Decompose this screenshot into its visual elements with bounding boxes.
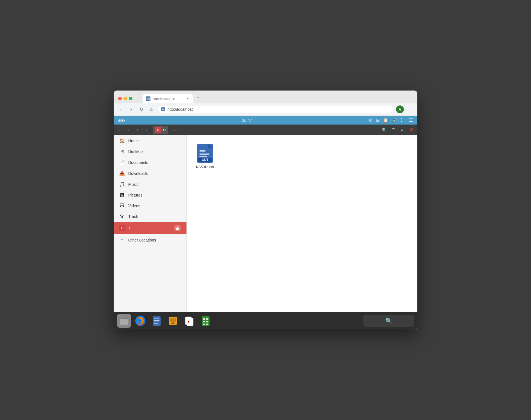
sidebar-item-other-locations[interactable]: + Other Locations <box>114 234 186 246</box>
dock: ♠ 🔍 <box>114 312 417 329</box>
sidebar-label-home: Home <box>128 139 181 143</box>
downloads-icon: 📥 <box>119 171 125 176</box>
svg-rect-18 <box>154 323 158 324</box>
sidebar-label-trash: Trash <box>128 214 181 219</box>
tab-favicon: abc <box>146 96 150 101</box>
dock-app-impress[interactable] <box>166 314 180 328</box>
sidebar-item-downloads[interactable]: 📥 Downloads <box>114 168 186 179</box>
browser-window: abc abcdesktop.io × + ‹ › ↻ ⌂ abc A ⋮ al… <box>114 91 417 329</box>
u-drive-icon: U <box>119 225 125 231</box>
sidebar-item-home[interactable]: 🏠 Home <box>114 135 186 146</box>
music-icon: 🎵 <box>119 182 125 187</box>
fm-close-btn[interactable]: ✕ <box>407 126 415 134</box>
svg-rect-1 <box>176 229 179 230</box>
maximize-window-btn[interactable] <box>129 97 132 100</box>
new-tab-btn[interactable]: + <box>194 94 202 102</box>
fm-list-view-btn[interactable]: ☰ <box>389 126 397 134</box>
svg-rect-29 <box>206 321 208 322</box>
fm-location-label: U <box>163 128 166 132</box>
sidebar-label-u-drive: U <box>129 226 171 230</box>
sidebar-item-u-drive[interactable]: U U <box>114 222 186 234</box>
address-bar[interactable]: abc <box>158 106 394 113</box>
fm-forward-btn[interactable]: › <box>134 126 142 134</box>
home-btn[interactable]: ⌂ <box>147 105 155 113</box>
forward-btn[interactable]: › <box>127 105 135 113</box>
sidebar-label-desktop: Desktop <box>128 149 181 154</box>
svg-rect-20 <box>170 318 176 322</box>
fm-back-btn[interactable]: ‹ <box>125 126 133 134</box>
fm-toolbar: ▪ ‹ › ‹ U U › 🔍 ☰ ≡ ✕ <box>114 125 417 135</box>
trash-icon: 🗑 <box>119 214 125 219</box>
svg-rect-30 <box>203 324 205 325</box>
svg-text:ODT: ODT <box>202 158 208 161</box>
taskbar-settings-icon[interactable]: ⚙ <box>369 118 373 123</box>
fm-search-btn[interactable]: 🔍 <box>380 126 388 134</box>
taskbar-clipboard-icon[interactable]: 📋 <box>383 118 389 123</box>
fm-toolbar-right: 🔍 ☰ ≡ ✕ <box>380 126 415 134</box>
address-favicon: abc <box>161 107 165 111</box>
taskbar: alex 16:47 ⚙ ⊞ 📋 🔊 ⛶ ☰ <box>114 116 417 125</box>
sidebar-item-desktop[interactable]: 🖥 Desktop <box>114 146 186 157</box>
browser-titlebar: abc abcdesktop.io × + <box>114 91 417 103</box>
svg-rect-26 <box>203 318 205 320</box>
fm-prev-btn[interactable]: ‹ <box>143 126 151 134</box>
sidebar-item-documents[interactable]: 📄 Documents <box>114 157 186 168</box>
videos-icon: 🎞 <box>119 203 125 208</box>
fm-next-btn[interactable]: › <box>170 126 178 134</box>
dock-search[interactable]: 🔍 <box>363 315 414 327</box>
taskbar-username: alex <box>118 118 125 123</box>
browser-toolbar: ‹ › ↻ ⌂ abc A ⋮ <box>114 103 417 116</box>
minimize-window-btn[interactable] <box>123 97 127 100</box>
other-locations-icon: + <box>119 237 125 243</box>
taskbar-menu-icon[interactable]: ☰ <box>409 118 413 123</box>
fm-grid-btn[interactable]: ▪ <box>116 126 124 134</box>
back-btn[interactable]: ‹ <box>117 105 125 113</box>
taskbar-apps-icon[interactable]: ⊞ <box>376 118 380 123</box>
fm-content: ODT NAS-file.odt <box>187 135 417 312</box>
file-item-nas[interactable]: ODT NAS-file.odt <box>192 141 218 171</box>
documents-icon: 📄 <box>119 160 125 165</box>
dock-apps: ♠ <box>117 314 213 328</box>
svg-rect-31 <box>206 324 208 325</box>
sidebar-item-music[interactable]: 🎵 Music <box>114 179 186 190</box>
odt-file-icon: ODT <box>196 143 214 163</box>
svg-rect-17 <box>154 322 159 322</box>
sidebar-item-pictures[interactable]: 🖼 Pictures <box>114 190 186 200</box>
pictures-icon: 🖼 <box>119 193 125 198</box>
svg-marker-0 <box>176 227 179 229</box>
fm-options-btn[interactable]: ≡ <box>398 126 406 134</box>
taskbar-fullscreen-icon[interactable]: ⛶ <box>401 118 406 123</box>
reload-btn[interactable]: ↻ <box>137 105 145 113</box>
tab-title: abcdesktop.io <box>153 97 183 101</box>
svg-text:♠: ♠ <box>188 319 190 324</box>
svg-rect-27 <box>206 318 208 320</box>
svg-rect-7 <box>199 156 207 157</box>
dock-app-cards[interactable]: ♠ <box>182 314 196 328</box>
dock-app-files[interactable] <box>117 314 131 328</box>
address-input[interactable] <box>167 107 390 112</box>
fm-location: U U <box>153 126 168 134</box>
dock-app-firefox[interactable] <box>133 314 147 328</box>
taskbar-volume-icon[interactable]: 🔊 <box>392 118 398 123</box>
search-icon: 🔍 <box>385 317 392 324</box>
dock-app-calc[interactable] <box>199 314 213 328</box>
sidebar-item-trash[interactable]: 🗑 Trash <box>114 211 186 222</box>
active-tab[interactable]: abc abcdesktop.io × <box>143 94 193 103</box>
dock-app-writer[interactable] <box>150 314 164 328</box>
profile-btn[interactable]: A <box>396 105 404 113</box>
svg-rect-16 <box>154 320 159 321</box>
tab-close-btn[interactable]: × <box>185 96 190 101</box>
app-content: alex 16:47 ⚙ ⊞ 📋 🔊 ⛶ ☰ ▪ ‹ › ‹ U U › 🔍 <box>114 116 417 329</box>
browser-menu-btn[interactable]: ⋮ <box>406 105 414 113</box>
svg-rect-15 <box>154 319 159 319</box>
sidebar-item-videos[interactable]: 🎞 Videos <box>114 200 186 211</box>
eject-btn[interactable] <box>174 225 181 231</box>
fm-main: 🏠 Home 🖥 Desktop 📄 Documents 📥 Downloads… <box>114 135 417 312</box>
sidebar-label-pictures: Pictures <box>128 193 181 197</box>
svg-rect-4 <box>199 150 206 152</box>
fm-location-drive-icon: U <box>155 127 161 133</box>
sidebar-label-videos: Videos <box>128 204 181 208</box>
sidebar-label-other-locations: Other Locations <box>128 238 181 242</box>
close-window-btn[interactable] <box>118 97 122 100</box>
fm-sidebar: 🏠 Home 🖥 Desktop 📄 Documents 📥 Downloads… <box>114 135 187 312</box>
